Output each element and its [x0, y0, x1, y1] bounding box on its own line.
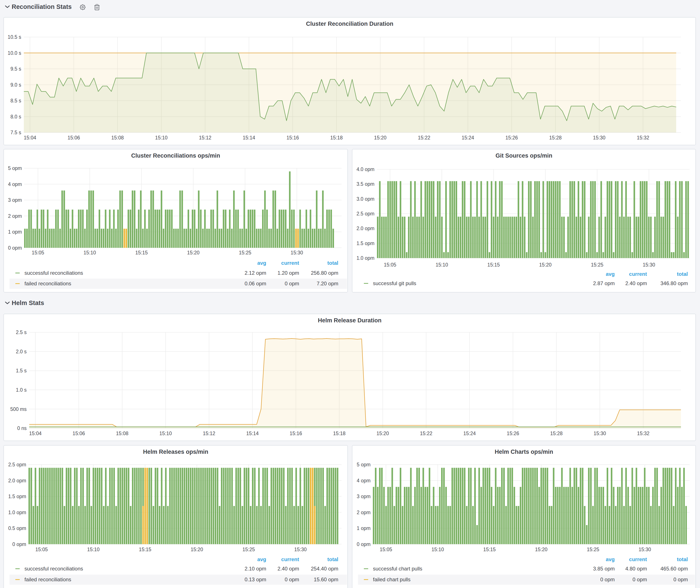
svg-text:15:22: 15:22: [418, 135, 430, 141]
svg-text:2.5 s: 2.5 s: [16, 330, 27, 335]
svg-text:15:08: 15:08: [111, 135, 124, 141]
svg-text:15:20: 15:20: [376, 431, 389, 436]
svg-text:0 opm: 0 opm: [12, 541, 26, 547]
svg-text:15:20: 15:20: [187, 250, 200, 255]
svg-text:2.5 opm: 2.5 opm: [8, 462, 26, 467]
svg-text:15:24: 15:24: [463, 431, 476, 436]
svg-text:2.10 opm: 2.10 opm: [245, 566, 266, 572]
svg-text:2.0 opm: 2.0 opm: [356, 226, 374, 231]
svg-text:3.85 opm: 3.85 opm: [593, 566, 615, 572]
svg-text:0 opm: 0 opm: [285, 577, 299, 582]
svg-text:15:10: 15:10: [84, 250, 96, 255]
svg-text:15:14: 15:14: [246, 431, 259, 436]
svg-text:0 opm: 0 opm: [285, 281, 299, 286]
svg-text:0.5 opm: 0.5 opm: [8, 525, 26, 531]
svg-text:2.87 opm: 2.87 opm: [593, 280, 615, 286]
svg-text:15:15: 15:15: [483, 547, 496, 552]
svg-text:Git Sources ops/min: Git Sources ops/min: [495, 152, 552, 159]
svg-text:0 opm: 0 opm: [8, 245, 22, 251]
svg-text:Helm Release Duration: Helm Release Duration: [318, 317, 381, 324]
svg-text:15:30: 15:30: [291, 250, 303, 255]
svg-text:1.0 opm: 1.0 opm: [8, 510, 26, 515]
svg-text:avg: avg: [257, 260, 266, 266]
svg-text:15:12: 15:12: [203, 431, 215, 436]
svg-text:15:08: 15:08: [116, 431, 129, 436]
svg-text:1.5 opm: 1.5 opm: [8, 494, 26, 499]
svg-text:15:20: 15:20: [539, 262, 552, 268]
svg-text:7.5 s: 7.5 s: [10, 130, 21, 135]
svg-text:0 opm: 0 opm: [632, 577, 647, 582]
svg-text:15:15: 15:15: [135, 250, 148, 255]
svg-text:successful reconciliations: successful reconciliations: [24, 270, 83, 276]
svg-text:15:18: 15:18: [330, 135, 343, 141]
svg-text:15:10: 15:10: [159, 431, 172, 436]
svg-text:15:24: 15:24: [462, 135, 474, 141]
svg-text:successful git pulls: successful git pulls: [373, 280, 416, 286]
svg-text:Cluster Reconciliations ops/mi: Cluster Reconciliations ops/min: [131, 152, 220, 159]
svg-text:15:10: 15:10: [87, 547, 100, 552]
svg-text:3.5 opm: 3.5 opm: [356, 181, 374, 187]
svg-text:15:10: 15:10: [435, 262, 448, 268]
svg-text:current: current: [629, 271, 647, 277]
svg-text:3 opm: 3 opm: [8, 197, 22, 203]
svg-text:15:25: 15:25: [242, 547, 255, 552]
svg-text:failed reconciliations: failed reconciliations: [24, 281, 71, 286]
svg-text:1.0 s: 1.0 s: [16, 387, 27, 393]
svg-text:15:05: 15:05: [384, 262, 396, 268]
svg-text:2.5 opm: 2.5 opm: [356, 211, 374, 216]
svg-text:15:05: 15:05: [35, 547, 48, 552]
svg-text:15:04: 15:04: [29, 431, 42, 436]
svg-text:1.5 opm: 1.5 opm: [356, 241, 374, 246]
svg-text:15:30: 15:30: [593, 135, 606, 141]
svg-text:15:32: 15:32: [637, 431, 650, 436]
svg-text:9.5 s: 9.5 s: [10, 66, 21, 72]
svg-text:15.60 opm: 15.60 opm: [314, 577, 338, 582]
svg-text:15:06: 15:06: [73, 431, 85, 436]
svg-text:15:28: 15:28: [550, 431, 563, 436]
svg-text:avg: avg: [257, 556, 266, 562]
svg-text:1.5 s: 1.5 s: [16, 368, 27, 373]
svg-text:15:04: 15:04: [24, 135, 36, 141]
svg-text:2.0 opm: 2.0 opm: [8, 478, 26, 483]
svg-text:9.0 s: 9.0 s: [10, 82, 21, 88]
svg-text:254.40 opm: 254.40 opm: [311, 566, 338, 572]
svg-text:15:30: 15:30: [294, 547, 307, 552]
svg-text:4 opm: 4 opm: [8, 181, 22, 187]
svg-text:15:22: 15:22: [420, 431, 432, 436]
svg-text:total: total: [677, 556, 688, 562]
svg-text:2.12 opm: 2.12 opm: [245, 270, 266, 276]
svg-text:failed reconciliations: failed reconciliations: [24, 577, 71, 582]
svg-text:15:30: 15:30: [594, 431, 606, 436]
svg-text:8.5 s: 8.5 s: [10, 98, 21, 103]
svg-text:15:18: 15:18: [333, 431, 346, 436]
svg-text:465.60 opm: 465.60 opm: [660, 566, 688, 572]
svg-text:15:12: 15:12: [199, 135, 211, 141]
svg-text:15:25: 15:25: [591, 262, 603, 268]
svg-text:5 opm: 5 opm: [8, 165, 22, 171]
svg-text:15:30: 15:30: [643, 262, 655, 268]
svg-text:current: current: [281, 556, 299, 562]
svg-text:15:25: 15:25: [587, 547, 599, 552]
svg-text:15:20: 15:20: [535, 547, 548, 552]
svg-text:15:30: 15:30: [639, 547, 651, 552]
svg-text:4 opm: 4 opm: [357, 478, 371, 483]
svg-text:2 opm: 2 opm: [8, 213, 22, 219]
svg-text:total: total: [677, 271, 688, 277]
svg-text:Cluster Reconciliation Duratio: Cluster Reconciliation Duration: [306, 21, 394, 27]
svg-text:15:15: 15:15: [139, 547, 152, 552]
svg-text:successful chart pulls: successful chart pulls: [373, 566, 422, 572]
svg-text:1.20 opm: 1.20 opm: [277, 270, 299, 276]
svg-text:500 ms: 500 ms: [10, 406, 27, 412]
svg-text:3 opm: 3 opm: [357, 494, 371, 499]
svg-text:0.06 opm: 0.06 opm: [245, 281, 266, 286]
svg-text:0 opm: 0 opm: [673, 577, 688, 582]
svg-text:0 ns: 0 ns: [17, 425, 27, 431]
svg-text:15:16: 15:16: [290, 431, 302, 436]
svg-text:15:06: 15:06: [68, 135, 80, 141]
svg-text:total: total: [327, 260, 338, 266]
svg-text:2 opm: 2 opm: [357, 510, 371, 515]
svg-text:avg: avg: [606, 556, 615, 562]
svg-text:Helm Releases ops/min: Helm Releases ops/min: [143, 449, 208, 455]
svg-text:1.0 opm: 1.0 opm: [356, 255, 374, 261]
svg-text:15:32: 15:32: [637, 135, 649, 141]
